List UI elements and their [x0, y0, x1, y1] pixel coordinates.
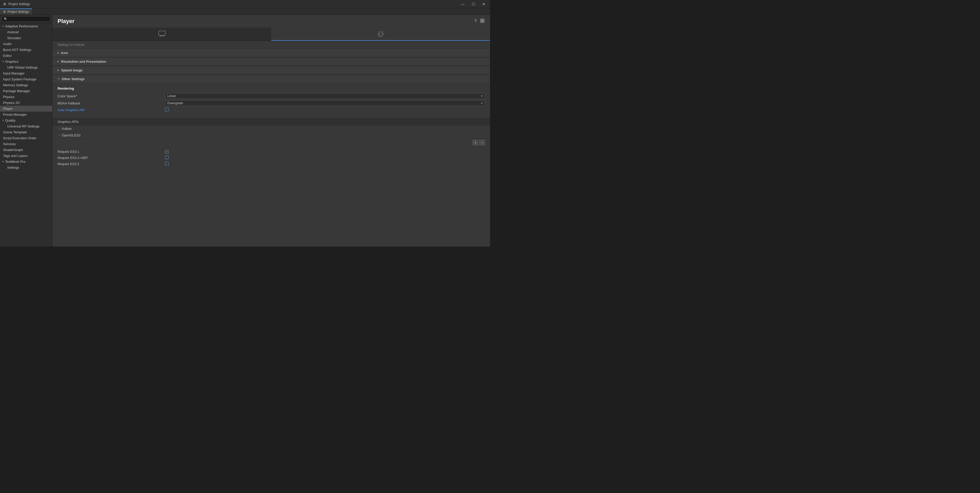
android-icon — [378, 30, 383, 38]
section-other-title: Other Settings — [62, 77, 85, 81]
require-es31-aep-checkbox[interactable] — [165, 156, 169, 159]
section-icon[interactable]: ▶ Icon — [52, 49, 490, 57]
sidebar-item-label: Memory Settings — [3, 83, 28, 87]
triangle-down-icon: ▼ — [57, 78, 60, 80]
sidebar: 🔍 ▼ Adaptive Performance Android Simulat… — [0, 15, 52, 247]
require-es31-label: Require ES3.1 — [57, 150, 165, 153]
sidebar-item-burst-aot[interactable]: Burst AOT Settings — [0, 47, 52, 53]
svg-point-14 — [379, 31, 379, 32]
sidebar-item-services[interactable]: Services — [0, 141, 52, 147]
api-opengles3-label: OpenGLES3 — [62, 133, 81, 137]
content-header: Player ? — [52, 15, 490, 28]
msaa-fallback-value: Downgrade None — [165, 101, 485, 106]
msaa-fallback-row: MSAA Fallback Downgrade None — [57, 100, 485, 107]
sidebar-item-universal-rp[interactable]: Universal RP Settings — [0, 123, 52, 129]
platform-tab-standalone[interactable] — [52, 28, 271, 41]
sidebar-item-label: Quality — [5, 118, 15, 122]
sidebar-item-audio[interactable]: Audio — [0, 41, 52, 47]
layout-button[interactable] — [480, 18, 485, 24]
sidebar-item-graphics[interactable]: ▼ Graphics — [0, 59, 52, 64]
chevron-down-icon: ▼ — [2, 61, 4, 63]
sidebar-item-tags-layers[interactable]: Tags and Layers — [0, 153, 52, 159]
sidebar-item-shadergraph[interactable]: ShaderGraph — [0, 147, 52, 153]
auto-graphics-value — [165, 108, 485, 112]
sidebar-item-physics-2d[interactable]: Physics 2D — [0, 100, 52, 106]
color-space-value: Linear Gamma — [165, 93, 485, 99]
sidebar-item-input-manager[interactable]: Input Manager — [0, 70, 52, 76]
api-vulkan-label: Vulkan — [62, 127, 72, 131]
chevron-down-icon: ▼ — [2, 161, 4, 163]
close-button[interactable]: ✕ — [481, 2, 487, 6]
sidebar-item-textmesh-settings[interactable]: Settings — [0, 164, 52, 171]
platform-tab-android[interactable] — [271, 28, 490, 41]
auto-graphics-label[interactable]: Auto Graphics API — [57, 108, 165, 112]
rendering-title: Rendering — [57, 86, 485, 90]
chevron-down-icon: ▼ — [2, 25, 4, 27]
sidebar-item-input-system[interactable]: Input System Package — [0, 76, 52, 82]
msaa-fallback-dropdown[interactable]: Downgrade None — [165, 101, 485, 106]
sidebar-item-label: TextMesh Pro — [5, 160, 25, 164]
svg-rect-2 — [480, 21, 482, 22]
minimize-button[interactable]: — — [460, 2, 466, 6]
triangle-right-icon: ▶ — [57, 52, 59, 54]
sidebar-item-adaptive-performance[interactable]: ▼ Adaptive Performance — [0, 23, 52, 29]
main-layout: 🔍 ▼ Adaptive Performance Android Simulat… — [0, 15, 490, 247]
require-es32-checkbox[interactable] — [165, 162, 169, 165]
require-es31-value — [165, 150, 485, 153]
section-resolution[interactable]: ▶ Resolution and Presentation — [52, 57, 490, 66]
tab-label: Project Settings — [8, 10, 29, 14]
add-api-button[interactable]: + — [473, 140, 478, 145]
sidebar-item-label: Scene Template — [3, 130, 27, 134]
graphics-apis-header: Graphics APIs — [52, 118, 490, 125]
tab-bar: ⚙ Project Settings — [0, 8, 490, 15]
sidebar-item-urp-global[interactable]: URP Global Settings — [0, 64, 52, 70]
sidebar-item-script-execution[interactable]: Script Execution Order — [0, 135, 52, 141]
require-es32-label: Require ES3.2 — [57, 162, 165, 166]
project-settings-tab[interactable]: ⚙ Project Settings — [0, 8, 32, 14]
color-space-dropdown[interactable]: Linear Gamma — [165, 93, 485, 99]
sidebar-item-label: Physics 2D — [3, 101, 20, 105]
sidebar-item-scene-template[interactable]: Scene Template — [0, 129, 52, 135]
triangle-right-icon: ▶ — [57, 61, 59, 63]
chevron-down-icon: ▼ — [2, 119, 4, 121]
svg-rect-1 — [482, 19, 484, 21]
section-icon-title: Icon — [61, 51, 68, 55]
sidebar-item-label: Package Manager — [3, 89, 30, 93]
sidebar-item-package-manager[interactable]: Package Manager — [0, 88, 52, 94]
sidebar-item-label: Input System Package — [3, 77, 37, 81]
sidebar-item-preset-manager[interactable]: Preset Manager — [0, 112, 52, 118]
sidebar-item-player[interactable]: Player — [0, 106, 52, 112]
sidebar-item-textmesh-pro[interactable]: ▼ TextMesh Pro — [0, 159, 52, 164]
svg-point-9 — [381, 34, 382, 34]
sidebar-item-label: Simulator — [7, 36, 21, 40]
sidebar-item-android[interactable]: Android — [0, 29, 52, 35]
search-input[interactable] — [8, 17, 48, 21]
section-other-settings[interactable]: ▼ Other Settings — [52, 75, 490, 83]
drag-handle-icon: ≡ — [59, 127, 60, 130]
sidebar-item-simulator[interactable]: Simulator — [0, 35, 52, 41]
sidebar-item-quality[interactable]: ▼ Quality — [0, 118, 52, 123]
require-es31-checkbox[interactable] — [165, 150, 169, 153]
sidebar-item-editor[interactable]: Editor — [0, 53, 52, 59]
sidebar-item-physics[interactable]: Physics — [0, 94, 52, 100]
sidebar-item-label: Editor — [3, 54, 12, 57]
require-es31-row: Require ES3.1 — [57, 148, 485, 155]
svg-point-15 — [382, 31, 383, 32]
remove-api-button[interactable]: − — [479, 140, 485, 145]
section-splash[interactable]: ▶ Splash Image — [52, 66, 490, 75]
section-resolution-title: Resolution and Presentation — [61, 60, 106, 64]
auto-graphics-checkbox[interactable] — [165, 108, 169, 111]
help-button[interactable]: ? — [474, 18, 477, 24]
svg-rect-4 — [159, 31, 165, 35]
sidebar-item-label: Adaptive Performance — [5, 24, 38, 28]
sidebar-item-label: Android — [7, 30, 19, 34]
search-input-wrap: 🔍 — [2, 16, 50, 21]
maximize-button[interactable]: ☐ — [470, 2, 477, 6]
search-icon: 🔍 — [4, 18, 8, 21]
sidebar-item-memory-settings[interactable]: Memory Settings — [0, 82, 52, 88]
title-bar: ⚙ Project Settings — ☐ ✕ — [0, 0, 490, 8]
auto-graphics-row: Auto Graphics API — [57, 107, 485, 113]
require-es32-row: Require ES3.2 — [57, 161, 485, 167]
api-controls: + − — [52, 139, 490, 147]
sidebar-item-label: Settings — [7, 166, 19, 169]
